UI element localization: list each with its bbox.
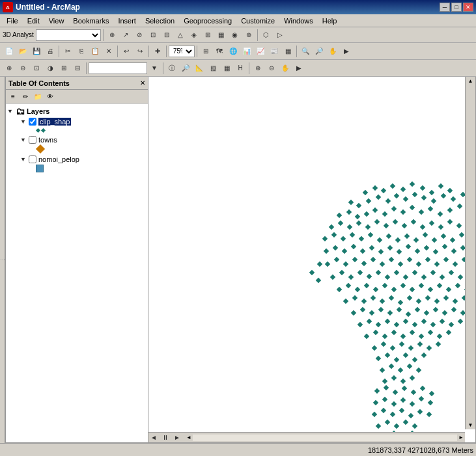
menu-view[interactable]: View (45, 16, 68, 26)
tool-btn-1[interactable]: ⊕ (105, 29, 119, 42)
menu-help[interactable]: Help (318, 16, 341, 26)
graph-btn[interactable]: 📈 (254, 45, 267, 58)
tool-btn-5[interactable]: ⊟ (160, 29, 173, 42)
edit-btn-a[interactable]: ⊕ (251, 62, 264, 75)
table-btn[interactable]: ▦ (220, 62, 233, 75)
add-data-btn[interactable]: ✚ (151, 45, 164, 58)
tool-btn-8[interactable]: ⊞ (201, 29, 214, 42)
menu-windows[interactable]: Windows (280, 16, 317, 26)
menu-geoprocessing[interactable]: Geoprocessing (180, 16, 236, 26)
tool-btn-10[interactable]: ◉ (229, 29, 242, 42)
nav-btn-2[interactable]: ⊖ (16, 62, 29, 75)
layout-btn[interactable]: ⊞ (199, 45, 212, 58)
tool-btn-11[interactable]: ⊕ (242, 29, 255, 42)
tool-btn-12[interactable]: ⬡ (260, 29, 273, 42)
scroll-track-bottom[interactable] (193, 435, 457, 441)
print-btn[interactable]: 🖨 (44, 45, 57, 58)
page-pause-btn[interactable]: ⏸ (160, 433, 171, 442)
map-btn[interactable]: 🗺 (213, 45, 226, 58)
identify-btn[interactable]: ⓘ (165, 62, 178, 75)
nav-btn-3[interactable]: ⊡ (30, 62, 43, 75)
redo-btn[interactable]: ↪ (133, 45, 147, 58)
hyp-btn[interactable]: H (234, 62, 247, 75)
tool-btn-7[interactable]: ◈ (188, 29, 201, 42)
toc-drawing-btn[interactable]: ✏ (20, 91, 31, 103)
nav-btn-1[interactable]: ⊕ (3, 62, 16, 75)
toc-list-btn[interactable]: ≡ (7, 91, 19, 103)
select-btn[interactable]: ▧ (206, 62, 219, 75)
nav-btn-5[interactable]: ⊞ (57, 62, 70, 75)
scroll-up-arrow[interactable]: ▲ (467, 77, 475, 85)
menu-selection[interactable]: Selection (141, 16, 178, 26)
svg-rect-4 (148, 77, 465, 432)
undo-btn[interactable]: ↩ (120, 45, 133, 58)
layer-nomoi-group: ▼ nomoi_pelop (20, 155, 147, 174)
analyst-label: 3D Analyst (3, 31, 34, 38)
report-btn[interactable]: 📰 (268, 45, 281, 58)
page-left-btn[interactable]: ◄ (148, 433, 159, 442)
minimize-button[interactable]: ─ (440, 3, 450, 12)
chart-btn[interactable]: 📊 (240, 45, 253, 58)
layer-clip-shap[interactable]: ▼ clip_shap (20, 117, 147, 126)
zoom-out-btn[interactable]: 🔎 (313, 45, 326, 58)
toc-source-btn[interactable]: 📁 (32, 91, 44, 103)
layer-nomoi[interactable]: ▼ nomoi_pelop (20, 155, 147, 164)
toc-visibility-btn[interactable]: 👁 (44, 91, 56, 103)
globe-btn[interactable]: 🌐 (227, 45, 240, 58)
toc-close-btn[interactable]: ✕ (140, 79, 145, 87)
maximize-button[interactable]: □ (451, 3, 462, 12)
tool-btn-13[interactable]: ▷ (273, 29, 287, 42)
menu-customize[interactable]: Customize (237, 16, 279, 26)
scale-combo[interactable]: 75% (169, 46, 195, 57)
copy-btn[interactable]: ⎘ (75, 45, 88, 58)
toolbar-sep-3 (59, 46, 59, 57)
paste-btn[interactable]: 📋 (89, 45, 102, 58)
scroll-down-arrow[interactable]: ▼ (467, 421, 475, 429)
tool-btn-6[interactable]: △ (174, 29, 187, 42)
new-btn[interactable]: 📄 (3, 45, 16, 58)
layer-towns[interactable]: ▼ towns (20, 135, 147, 144)
delete-btn[interactable]: ✕ (102, 45, 115, 58)
nav-btn-4[interactable]: ◑ (44, 62, 57, 75)
menu-edit[interactable]: Edit (23, 16, 44, 26)
towns-expand-icon[interactable]: ▼ (20, 137, 27, 143)
menu-insert[interactable]: Insert (114, 16, 140, 26)
more2-btn[interactable]: ▶ (292, 62, 305, 75)
menu-bar: File Edit View Bookmarks Insert Selectio… (0, 14, 476, 27)
map-area[interactable]: ▲ ▼ ◄ ⏸ ► ◄ ► (148, 77, 476, 443)
menu-file[interactable]: File (3, 16, 22, 26)
more-btn[interactable]: ▶ (340, 45, 353, 58)
pan-btn[interactable]: ✋ (326, 45, 339, 58)
nomoi-checkbox[interactable] (29, 155, 36, 163)
layers-expand-icon[interactable]: ▼ (7, 108, 14, 114)
layer-btn[interactable]: ▦ (281, 45, 294, 58)
tool-btn-2[interactable]: ↗ (119, 29, 132, 42)
clip-shap-checkbox[interactable] (29, 118, 36, 126)
tool-btn-3[interactable]: ⊘ (133, 29, 146, 42)
menu-bookmarks[interactable]: Bookmarks (69, 16, 113, 26)
svg-rect-3 (41, 128, 46, 133)
measure-btn[interactable]: 📐 (193, 62, 206, 75)
nav-btn-6[interactable]: ⊟ (71, 62, 84, 75)
cut-btn[interactable]: ✂ (61, 45, 74, 58)
tool-btn-9[interactable]: ▦ (215, 29, 228, 42)
page-right-btn[interactable]: ► (172, 433, 182, 442)
open-btn[interactable]: 📂 (16, 45, 29, 58)
nomoi-expand-icon[interactable]: ▼ (20, 156, 27, 163)
towns-checkbox[interactable] (29, 136, 36, 144)
fullscreen-btn[interactable]: ✋ (279, 62, 292, 75)
scroll-left-arrow[interactable]: ◄ (185, 433, 193, 442)
zoom-in-btn[interactable]: 🔍 (299, 45, 312, 58)
edit-btn-b[interactable]: ⊖ (265, 62, 278, 75)
tool-btn-4[interactable]: ⊡ (147, 29, 160, 42)
scale-input[interactable]: 1:1,892,055 (89, 62, 147, 74)
scale-go-btn[interactable]: ▼ (148, 62, 161, 75)
close-button[interactable]: ✕ (463, 3, 473, 12)
scroll-right-arrow[interactable]: ► (457, 433, 465, 442)
save-btn[interactable]: 💾 (30, 45, 43, 58)
clip-shap-label: clip_shap (38, 118, 71, 126)
clip-expand-icon[interactable]: ▼ (20, 118, 27, 125)
analyst-combo[interactable] (36, 29, 101, 41)
find-btn[interactable]: 🔎 (179, 62, 192, 75)
toc-layers-header[interactable]: ▼ 🗂 Layers (7, 105, 147, 117)
